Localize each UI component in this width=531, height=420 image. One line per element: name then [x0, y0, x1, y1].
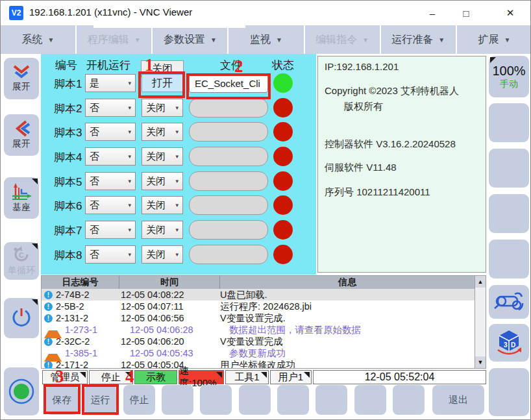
log-time: 12-05 04:06:20	[121, 336, 220, 347]
right-blank-button[interactable]	[489, 240, 529, 278]
boot-run-dropdown[interactable]: 是 ▾	[85, 74, 136, 92]
menu-run-prepare[interactable]: 运行准备 ▼	[381, 25, 457, 54]
speed-mode-button[interactable]: 100% 手动	[489, 56, 529, 97]
controller-version: 控制器软件 V3.16.2.20240528	[325, 138, 456, 151]
power-icon	[10, 306, 33, 330]
blank-button[interactable]	[489, 385, 529, 415]
menu-label: 监视	[250, 33, 271, 47]
switch-dropdown[interactable]: 关闭 ▾	[142, 221, 183, 239]
chevron-down-icon: ▾	[175, 129, 179, 135]
blank-button[interactable]	[162, 385, 193, 415]
right-blank-button[interactable]	[489, 194, 529, 233]
switch-value: 关闭	[146, 199, 166, 212]
boot-run-dropdown[interactable]: 否 ▾	[85, 123, 136, 141]
log-col-info: 信息	[220, 276, 475, 289]
window-title: 192.168.1.201 (x11vnc) - VNC Viewer	[29, 6, 192, 18]
expand-left-label: 展开	[12, 138, 31, 150]
switch-dropdown[interactable]: 关闭 ▾	[142, 99, 183, 117]
script-file-field[interactable]	[189, 147, 268, 166]
col-header-number: 编号	[55, 58, 77, 73]
menu-monitor[interactable]: 监视 ▼	[228, 25, 304, 54]
speed-cell[interactable]: 速度:100%	[179, 370, 224, 384]
col-header-boot-run: 开机运行	[86, 58, 130, 73]
user-level-cell[interactable]: 管理员	[42, 370, 88, 384]
status-indicator	[273, 195, 293, 215]
single-cycle-label: 单循环	[8, 265, 35, 277]
boot-run-dropdown[interactable]: 否 ▾	[85, 196, 136, 214]
log-row-partial[interactable]: ! 2-171-2 12-05 04:05:04 用户坐标修改成功	[42, 359, 475, 369]
right-blank-button[interactable]	[489, 149, 529, 188]
svg-text:D: D	[511, 341, 515, 349]
boot-run-dropdown[interactable]: 否 ▾	[85, 147, 136, 166]
log-row[interactable]: 1-273-1 12-05 04:06:28 数据超出范围，请查看原始数据	[42, 324, 475, 336]
cycle-icon: C	[12, 245, 31, 264]
log-row[interactable]: ! 2-32C-2 12-05 04:06:20 V变量设置完成	[42, 336, 475, 347]
base-frame-button[interactable]: 基座	[4, 177, 39, 219]
vnc-logo-icon: V2	[9, 6, 23, 20]
view-3d-button[interactable]: 3 D	[489, 324, 529, 362]
menu-parameter-settings[interactable]: 参数设置 ▼	[153, 25, 228, 54]
expand-down-button[interactable]: 展开	[4, 58, 39, 99]
boot-run-dropdown[interactable]: 否 ▾	[85, 99, 136, 117]
script-file-field[interactable]	[189, 122, 268, 142]
3d-cube-icon: 3 D	[494, 328, 524, 358]
script-file-field[interactable]	[189, 195, 268, 215]
scroll-down-button[interactable]: ▼	[475, 356, 486, 368]
switch-dropdown[interactable]: 关闭 ▾	[142, 172, 183, 190]
log-row[interactable]: 1-385-1 12-05 04:05:43 参数更新成功	[42, 347, 475, 359]
tool-frame-cell[interactable]: 工具1	[225, 370, 269, 384]
blank-button[interactable]	[315, 385, 347, 415]
corner-triangle-icon	[32, 179, 38, 184]
servo-status-button[interactable]	[4, 367, 39, 415]
switch-value: 关闭	[146, 224, 166, 236]
log-row[interactable]: ! 2-74B-2 12-05 04:08:22 U盘已卸载.	[42, 289, 475, 301]
boot-run-dropdown[interactable]: 否 ▾	[85, 245, 136, 264]
right-blank-button[interactable]	[489, 103, 529, 142]
user-frame-cell[interactable]: 用户1	[270, 370, 312, 384]
blank-button[interactable]	[239, 385, 271, 415]
copyright-line1: Copyright ©2023 艾利特机器人	[325, 85, 459, 97]
log-row[interactable]: ! 2-5B-2 12-05 04:07:11 运行程序: 2024628.jb…	[42, 301, 475, 312]
stop-button[interactable]: 停止	[123, 385, 155, 415]
boot-run-value: 否	[90, 175, 99, 188]
status-indicator	[273, 171, 293, 191]
script-file-field[interactable]	[189, 171, 268, 191]
boot-run-dropdown[interactable]: 否 ▾	[85, 172, 136, 190]
teach-mode-value: 示教	[146, 371, 166, 384]
chevron-down-icon: ▾	[175, 105, 179, 111]
blank-button[interactable]	[354, 385, 386, 415]
script-file-field[interactable]	[189, 220, 268, 240]
log-scrollbar[interactable]: ▲ ▼	[475, 276, 486, 368]
annotation-rect-4	[82, 384, 119, 415]
stop-label: 停止	[130, 394, 149, 406]
blank-button[interactable]	[200, 385, 232, 415]
info-icon: !	[44, 361, 53, 369]
log-row[interactable]: ! 2-131-2 12-05 04:06:56 V变量设置完成.	[42, 312, 475, 324]
boot-run-dropdown[interactable]: 否 ▾	[85, 221, 136, 239]
log-id: 1-273-1	[65, 325, 130, 335]
blank-button[interactable]	[393, 385, 425, 415]
chevron-down-icon: ▼	[48, 36, 55, 43]
menu-system[interactable]: 系统 ▼	[1, 25, 77, 54]
power-button[interactable]	[4, 298, 39, 338]
log-message: V变量设置完成	[220, 336, 475, 348]
script-file-field[interactable]	[189, 98, 268, 117]
blank-button[interactable]	[277, 385, 309, 415]
scroll-up-button[interactable]: ▲	[475, 276, 486, 288]
teach-mode-cell[interactable]: 示教	[134, 370, 177, 384]
script-file-field[interactable]	[189, 245, 268, 264]
switch-dropdown[interactable]: 关闭 ▾	[142, 196, 183, 214]
menu-extension[interactable]: 扩展 ▼	[457, 25, 531, 54]
close-button[interactable]: ✕	[499, 5, 521, 21]
switch-dropdown[interactable]: 关闭 ▾	[142, 123, 183, 141]
expand-left-button[interactable]: 展开	[4, 114, 39, 156]
switch-dropdown[interactable]: 关闭 ▾	[142, 147, 183, 166]
log-col-id: 日志编号	[42, 276, 119, 289]
servo-ready-icon	[7, 377, 36, 406]
minimize-button[interactable]: –	[421, 5, 443, 21]
switch-dropdown[interactable]: 关闭 ▾	[142, 245, 183, 264]
maximize-button[interactable]: □	[455, 5, 477, 21]
exit-button[interactable]: 退出	[432, 385, 484, 415]
status-indicator	[273, 122, 293, 142]
jog-controller-button[interactable]	[489, 285, 529, 319]
